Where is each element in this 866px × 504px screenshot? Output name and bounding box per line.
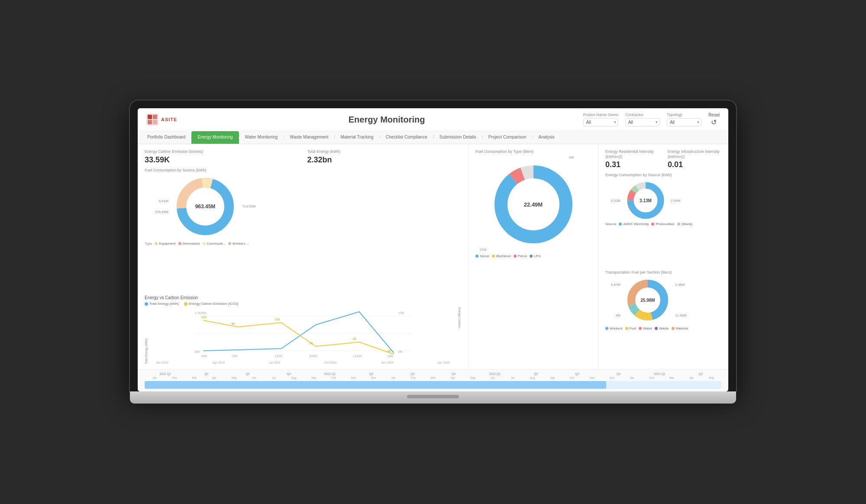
legend-addc: ADDC Electricity xyxy=(619,222,649,226)
energy-source-chart: Energy Consumption by Source (kWh) 0.42M xyxy=(605,173,721,267)
legend-workers: Workers ... xyxy=(228,242,249,246)
month-nov: Nov xyxy=(343,376,363,379)
legend-material: Material xyxy=(672,326,688,330)
typology-select[interactable]: All xyxy=(667,118,701,126)
right-panel: Energy Residential Intensity (kWh/m2) 0.… xyxy=(598,144,728,369)
legend-community-label: Communit... xyxy=(207,242,226,246)
tab-submission[interactable]: Submission Details xyxy=(433,131,482,144)
transport-fuel-chart: Transportation Fuel per Section (liters)… xyxy=(605,270,721,364)
legend-photovoltaic-label: Photovoltaic xyxy=(656,222,675,226)
legend-photovoltaic: Photovoltaic xyxy=(651,222,675,226)
tab-water[interactable]: Water Monitoring xyxy=(239,131,284,144)
donut4-center-label: 25.98M xyxy=(640,298,655,303)
source-prefix: Source xyxy=(605,222,616,226)
legend-diesel: Diesel xyxy=(475,254,489,258)
legend-workers-fuel: Workers xyxy=(605,326,623,330)
project-name-label: Project Name Demo xyxy=(583,113,618,117)
reset-button[interactable]: Reset ↺ xyxy=(708,113,720,126)
legend-equipment-label: Equipment xyxy=(159,242,175,246)
x-axis-jan22: Jan 2022 xyxy=(156,361,168,364)
month-jun: Jun xyxy=(244,376,264,379)
donut2-label-bottom: 21M xyxy=(480,248,487,252)
timeline-scrubber[interactable] xyxy=(145,381,721,389)
legend-addc-label: ADDC Electricity xyxy=(623,222,649,226)
q-2024-q2: Q2 xyxy=(680,372,721,375)
legend-waste-label: Waste xyxy=(659,326,669,330)
donut4-label-tr: 2.36M xyxy=(675,283,687,287)
month-oct2: Oct xyxy=(562,376,582,379)
timeline-months: Jan Feb Mar Apr May Jun Jul Aug Sep Oct … xyxy=(145,376,721,379)
svg-text:1180M: 1180M xyxy=(353,355,362,358)
screen: ASITE Energy Monitoring Project Name Dem… xyxy=(138,108,728,391)
donut1-label-top: 6.51M xyxy=(145,199,168,203)
screen-bezel: ASITE Energy Monitoring Project Name Dem… xyxy=(130,100,736,391)
project-name-select[interactable]: All xyxy=(583,118,618,126)
fuel-source-title: Fuel Consumption by Source (kWh) xyxy=(145,168,461,172)
svg-text:0K: 0K xyxy=(398,350,403,354)
month-apr: Apr xyxy=(204,376,224,379)
month-nov2: Nov xyxy=(582,376,602,379)
transport-fuel-title: Transportation Fuel per Section (liters) xyxy=(605,270,721,275)
legend-energy-label: Total Energy (kWh) xyxy=(149,302,179,306)
tab-material[interactable]: Material Tracking xyxy=(334,131,379,144)
typology-label: Typology xyxy=(667,113,701,117)
q-2022-q3: Q3 xyxy=(392,372,433,375)
fuel-type-chart: Fuel Consumption by Type (liters) 1M xyxy=(475,149,591,364)
kpi-energy-value: 2.32bn xyxy=(307,155,462,165)
q-2022-q2: Q2 xyxy=(351,372,392,375)
tab-checklist[interactable]: Checklist Compliance xyxy=(380,131,433,144)
project-name-wrapper[interactable]: All xyxy=(583,118,618,126)
contractor-select[interactable]: All xyxy=(625,118,660,126)
legend-fuel: Fuel xyxy=(625,326,637,330)
typology-wrapper[interactable]: All xyxy=(667,118,701,126)
donut4-label-br: 11.93M xyxy=(675,313,687,317)
contractor-label: Contractor xyxy=(625,113,660,117)
donut1-label-mid: 235.89M xyxy=(145,210,168,214)
month-may3: May xyxy=(701,376,721,379)
q-2021-q4: Q4 xyxy=(268,372,309,375)
month-mar: Mar xyxy=(184,376,204,379)
header: ASITE Energy Monitoring Project Name Dem… xyxy=(138,108,728,131)
project-name-filter: Project Name Demo All xyxy=(583,113,618,126)
contractor-wrapper[interactable]: All xyxy=(625,118,660,126)
header-filters: Project Name Demo All Contractor xyxy=(583,113,720,126)
typology-filter: Typology All xyxy=(667,113,701,126)
month-apr3: Apr xyxy=(682,376,701,379)
q-2021-q2: Q2 xyxy=(186,372,227,375)
month-sep2: Sep xyxy=(543,376,562,379)
tab-analysis[interactable]: Analysis xyxy=(533,131,561,144)
tab-waste[interactable]: Waste Management xyxy=(284,131,334,144)
kpi-energy-title: Total Energy (kWh) xyxy=(307,149,462,155)
legend-water: Water xyxy=(639,326,652,330)
tab-energy[interactable]: Energy Monitoring xyxy=(191,131,239,144)
q-2022-q1: 2022 Q1 xyxy=(310,372,351,375)
svg-text:10K: 10K xyxy=(398,311,405,315)
month-dec: Dec xyxy=(363,376,383,379)
x-axis-oct22: Oct 2022 xyxy=(324,361,336,364)
q-2023-q1: 2023 Q1 xyxy=(474,372,515,375)
contractor-filter: Contractor All xyxy=(625,113,660,126)
month-jul2: Jul xyxy=(503,376,523,379)
kpi-carbon-title: Energy Carbon Emission (tonnes) xyxy=(145,149,299,155)
svg-text:809M: 809M xyxy=(310,355,317,358)
q-2021-q3: Q3 xyxy=(227,372,268,375)
kpi-residential: Energy Residential Intensity (kWh/m2) 0.… xyxy=(605,149,659,169)
tab-comparison[interactable]: Project Comparison xyxy=(482,131,533,144)
month-jul: Jul xyxy=(264,376,284,379)
tab-portfolio[interactable]: Portfolio Dashboard xyxy=(141,131,191,144)
svg-text:1K: 1K xyxy=(310,342,313,345)
kpi-carbon-value: 33.59K xyxy=(145,155,299,165)
line-chart-legend: Total Energy (kWh) Energy Carbon Emissio… xyxy=(145,302,461,306)
legend-total-energy: Total Energy (kWh) xyxy=(145,302,179,306)
svg-text:1,000M: 1,000M xyxy=(195,311,207,315)
fuel-type-title: Fuel Consumption by Type (liters) xyxy=(475,149,591,154)
donut3-label-right: 2.54M xyxy=(671,199,680,203)
svg-text:2K: 2K xyxy=(353,337,357,340)
timeline-section: 2021 Q1 Q2 Q3 Q4 2022 Q1 Q2 Q3 Q4 2023 Q… xyxy=(138,369,728,391)
q-2023-q4: Q4 xyxy=(598,372,639,375)
donut3-center-label: 3.13M xyxy=(640,198,652,203)
q-2023-q3: Q3 xyxy=(556,372,598,375)
donut3-label-left: 0.42M xyxy=(605,199,620,203)
legend-carbon-emission: Energy Carbon Emission (tCO2) xyxy=(184,302,239,306)
legend-material-label: Material xyxy=(676,326,688,330)
